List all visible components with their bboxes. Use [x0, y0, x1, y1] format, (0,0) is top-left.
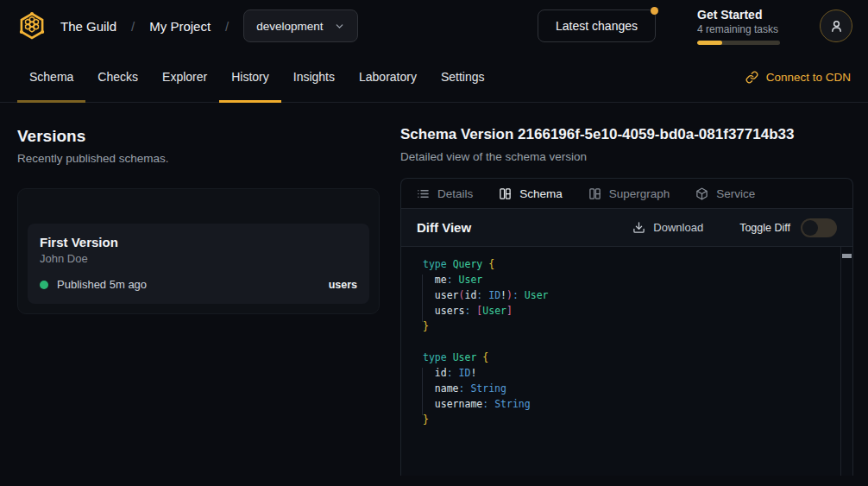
detail-tab-supergraph[interactable]: Supergraph	[588, 187, 670, 200]
detail-tab-bar: Details Schema Sup	[401, 179, 852, 209]
code-line: users: [User]	[423, 303, 840, 319]
published-status-text: Published 5m ago	[57, 278, 147, 291]
detail-tab-service[interactable]: Service	[695, 187, 755, 200]
code-line: }	[423, 319, 840, 334]
switch-knob	[802, 220, 818, 236]
target-selector-value: development	[256, 20, 323, 33]
tab-underline	[17, 100, 85, 103]
nav-tab-history[interactable]: History	[219, 52, 281, 102]
diff-view-title: Diff View	[417, 220, 471, 235]
latest-changes-button[interactable]: Latest changes	[538, 9, 656, 42]
indent-guide	[422, 368, 423, 415]
get-started-progress-bar	[697, 41, 780, 45]
nav-tab-explorer[interactable]: Explorer	[150, 52, 219, 102]
nav-tab-insights[interactable]: Insights	[281, 52, 347, 102]
code-line	[423, 334, 840, 350]
diff-view-header: Diff View Download Toggle Diff	[401, 209, 852, 247]
breadcrumb-separator: /	[131, 19, 135, 34]
code-line: me: User	[423, 272, 840, 287]
notification-dot	[651, 7, 658, 15]
code-line: name: String	[423, 381, 840, 396]
detail-tab-details[interactable]: Details	[417, 187, 473, 200]
nav-tab-checks[interactable]: Checks	[85, 52, 150, 102]
get-started-title: Get Started	[697, 7, 780, 22]
vertical-scrollbar[interactable]	[840, 247, 852, 476]
schema-version-card: Details Schema Sup	[400, 178, 853, 476]
hive-logo-icon	[16, 10, 48, 41]
toggle-diff-switch[interactable]	[801, 218, 837, 237]
main-content: Versions Recently published schemas. Fir…	[0, 103, 868, 476]
versions-title: Versions	[17, 126, 380, 147]
org-name[interactable]: The Guild	[60, 19, 116, 34]
versions-subtitle: Recently published schemas.	[17, 152, 380, 165]
scrollbar-thumb[interactable]	[842, 254, 852, 258]
list-icon	[417, 187, 430, 200]
nav-tab-schema[interactable]: Schema	[17, 52, 85, 102]
nav-tab-laboratory[interactable]: Laboratory	[347, 52, 429, 102]
user-avatar-button[interactable]	[820, 9, 852, 42]
version-list-item[interactable]: First Version John Doe Published 5m ago …	[28, 224, 369, 304]
download-button[interactable]: Download	[632, 221, 703, 234]
tab-underline-active	[219, 100, 281, 103]
link-icon	[745, 71, 758, 84]
toggle-diff-label: Toggle Diff	[739, 222, 790, 234]
code-lines: type Query { me: User user(id: ID!): Use…	[423, 256, 840, 427]
schema-version-title: Schema Version 2166196f-5e10-4059-bd0a-0…	[400, 126, 853, 143]
code-line: type Query {	[423, 256, 840, 272]
version-name: First Version	[40, 235, 357, 249]
code-line: user(id: ID!): User	[423, 287, 840, 303]
chevron-down-icon	[334, 21, 345, 32]
target-selector-dropdown[interactable]: development	[243, 9, 357, 42]
versions-list-card: First Version John Doe Published 5m ago …	[17, 188, 380, 314]
code-line: }	[423, 412, 840, 427]
published-status-dot	[40, 281, 48, 289]
indent-guide	[422, 275, 423, 322]
schema-version-subtitle: Detailed view of the schema version	[400, 150, 853, 163]
progress-fill	[697, 41, 722, 45]
code-line: type User {	[423, 350, 840, 365]
schema-version-panel: Schema Version 2166196f-5e10-4059-bd0a-0…	[400, 126, 853, 476]
get-started-remaining-tasks: 4 remaining tasks	[697, 22, 780, 36]
version-author: John Doe	[40, 252, 357, 265]
target-nav-bar: Schema Checks Explorer History Insights …	[0, 52, 868, 103]
service-badge: users	[329, 279, 357, 291]
get-started-widget[interactable]: Get Started 4 remaining tasks	[697, 7, 780, 45]
detail-tab-schema[interactable]: Schema	[499, 187, 563, 200]
user-icon	[829, 19, 844, 34]
latest-changes-label: Latest changes	[556, 19, 638, 33]
columns-icon	[588, 187, 601, 200]
connect-to-cdn-link[interactable]: Connect to CDN	[745, 52, 851, 102]
breadcrumb-separator: /	[225, 19, 229, 34]
nav-tab-settings[interactable]: Settings	[429, 52, 497, 102]
code-line: id: ID!	[423, 365, 840, 381]
cube-icon	[695, 187, 708, 200]
code-line: username: String	[423, 396, 840, 412]
download-icon	[632, 221, 645, 234]
schema-code-viewer[interactable]: type Query { me: User user(id: ID!): Use…	[401, 247, 852, 476]
columns-icon	[499, 187, 512, 200]
hive-logo-link[interactable]: The Guild	[16, 10, 116, 41]
top-header: The Guild / My Project / development Lat…	[0, 0, 868, 52]
versions-panel: Versions Recently published schemas. Fir…	[0, 126, 400, 476]
project-name-link[interactable]: My Project	[149, 19, 211, 34]
